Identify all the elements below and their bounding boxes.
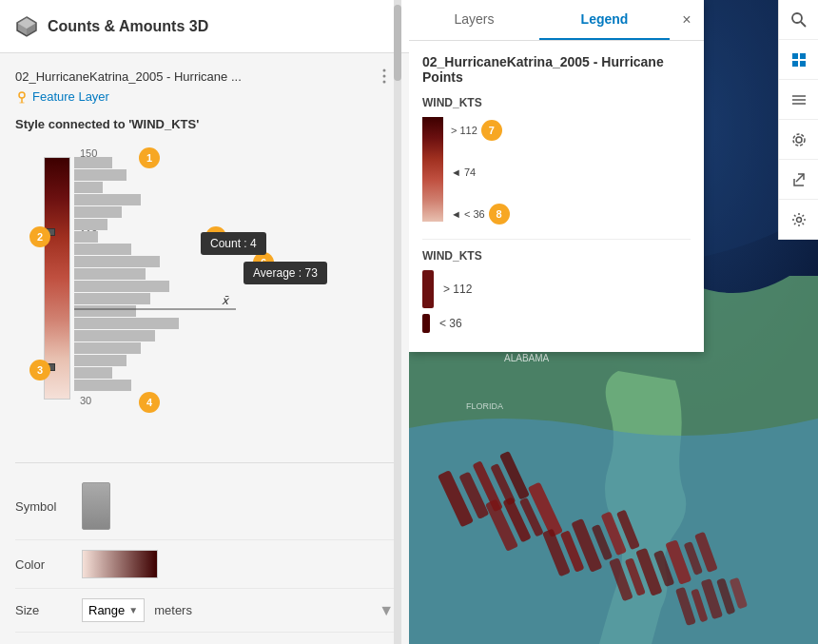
- svg-rect-11: [74, 169, 127, 181]
- size-label: Size: [15, 603, 82, 617]
- catalog-toolbar-button[interactable]: [779, 80, 818, 120]
- svg-rect-16: [74, 231, 98, 243]
- left-panel: Counts & Amounts 3D 02_HurricaneKatrina_…: [0, 0, 409, 644]
- size-value: Range ▼ meters ▼: [82, 598, 394, 622]
- legend-divider: [422, 239, 691, 240]
- color-label: Color: [15, 557, 82, 572]
- color-value: [82, 550, 394, 578]
- style-label: Style connected to 'WIND_KTS': [15, 117, 394, 131]
- svg-text:x̄: x̄: [222, 294, 230, 307]
- fp-layer-title: 02_HurricaneKatrina_2005 - Hurricane Poi…: [422, 54, 691, 85]
- svg-rect-64: [792, 53, 798, 59]
- search-icon: [790, 11, 808, 29]
- feature-layer-label: Feature Layer: [32, 89, 109, 104]
- svg-rect-23: [74, 318, 179, 329]
- badge-2: 2: [29, 226, 50, 247]
- svg-rect-17: [74, 244, 131, 255]
- legend-sym-tall-label: > 112: [443, 283, 472, 296]
- svg-point-62: [792, 13, 802, 23]
- svg-rect-25: [74, 342, 141, 354]
- close-button[interactable]: ×: [670, 0, 704, 40]
- size-unit: meters: [154, 603, 192, 617]
- legend-range-bottom: ◄ < 36: [451, 208, 485, 220]
- layer-name-row: 02_HurricaneKatrina_2005 - Hurricane ...: [15, 67, 394, 86]
- svg-line-73: [796, 174, 804, 182]
- scroll-thumb[interactable]: [394, 5, 401, 81]
- svg-rect-26: [74, 355, 127, 366]
- svg-rect-13: [74, 194, 141, 205]
- svg-point-7: [19, 92, 25, 98]
- symbol-row: Symbol: [15, 473, 394, 540]
- legend-symbol-short-row: < 36: [422, 314, 691, 333]
- badge-4: 4: [139, 392, 160, 413]
- svg-rect-19: [74, 268, 146, 280]
- wind-kts-label-2: WIND_KTS: [422, 249, 691, 263]
- legend-sym-short: [422, 314, 430, 333]
- feature-layer-link[interactable]: Feature Layer: [15, 89, 394, 104]
- right-toolbar: [778, 0, 818, 240]
- share-toolbar-button[interactable]: [779, 160, 818, 200]
- svg-point-71: [796, 137, 802, 143]
- panel-header: Counts & Amounts 3D: [0, 0, 409, 53]
- wind-kts-label-1: WIND_KTS: [422, 96, 691, 109]
- search-toolbar-button[interactable]: [779, 0, 818, 40]
- layer-options-button[interactable]: [375, 67, 394, 86]
- panel-tabs: Layers Legend ×: [409, 0, 704, 41]
- symbol-preview[interactable]: [82, 482, 110, 530]
- svg-rect-65: [800, 53, 806, 59]
- svg-rect-24: [74, 330, 155, 342]
- location-icon: [15, 90, 29, 104]
- svg-rect-21: [74, 293, 150, 304]
- panel-body: 02_HurricaneKatrina_2005 - Hurricane ...…: [0, 53, 409, 644]
- svg-rect-20: [74, 281, 169, 292]
- badge-3: 3: [29, 360, 50, 381]
- svg-rect-67: [800, 61, 806, 67]
- svg-point-4: [383, 69, 386, 72]
- svg-rect-66: [792, 61, 798, 67]
- svg-rect-10: [74, 157, 112, 168]
- size-expand-arrow[interactable]: ▼: [379, 602, 394, 619]
- svg-point-5: [383, 75, 386, 78]
- right-area: ALABAMA GEORGIA FLORIDA Layers Legend × …: [409, 0, 818, 644]
- svg-point-72: [793, 134, 805, 146]
- color-row: Color: [15, 540, 394, 589]
- badge-8: 8: [489, 204, 510, 224]
- legend-sym-short-label: < 36: [439, 317, 462, 330]
- svg-rect-15: [74, 219, 107, 230]
- share-icon: [790, 171, 808, 188]
- config-toolbar-button[interactable]: [779, 200, 818, 240]
- svg-rect-18: [74, 256, 160, 267]
- config-gear-icon: [790, 211, 808, 228]
- divider: [15, 462, 394, 463]
- tab-layers[interactable]: Layers: [409, 0, 539, 40]
- tooltip-avg: Average : 73: [243, 262, 327, 284]
- symbol-label: Symbol: [15, 499, 82, 514]
- badge-7: 7: [481, 120, 502, 141]
- svg-point-9: [19, 102, 25, 104]
- scrollbar[interactable]: [394, 0, 401, 644]
- symbol-value: [82, 482, 394, 530]
- layers-icon: [790, 51, 808, 68]
- size-row: Size Range ▼ meters ▼: [15, 589, 394, 633]
- size-select[interactable]: Range ▼: [82, 598, 145, 622]
- tooltip-count: Count : 4: [201, 232, 266, 255]
- legend-range-labels: > 112 7 ◄ 74 ◄ < 36 8: [451, 120, 510, 224]
- legend-sym-tall: [422, 270, 434, 308]
- legend-color-section: > 112 7 ◄ 74 ◄ < 36 8: [422, 117, 691, 227]
- tab-legend[interactable]: Legend: [539, 0, 670, 40]
- floating-panel: Layers Legend × 02_HurricaneKatrina_2005…: [409, 0, 704, 352]
- floating-panel-body: 02_HurricaneKatrina_2005 - Hurricane Poi…: [409, 41, 704, 352]
- panel-title: Counts & Amounts 3D: [48, 18, 208, 35]
- legend-color-bar: [422, 117, 443, 222]
- chart-area: 150 112 36 30: [15, 143, 377, 447]
- svg-rect-14: [74, 206, 122, 218]
- svg-text:ALABAMA: ALABAMA: [504, 353, 550, 363]
- svg-rect-28: [74, 380, 131, 391]
- settings-toolbar-button[interactable]: [779, 120, 818, 160]
- badge-1: 1: [139, 147, 160, 168]
- size-dropdown-arrow: ▼: [128, 605, 138, 615]
- svg-rect-12: [74, 182, 103, 193]
- color-preview[interactable]: [82, 550, 158, 578]
- layers-toolbar-button[interactable]: [779, 40, 818, 80]
- svg-rect-27: [74, 367, 112, 379]
